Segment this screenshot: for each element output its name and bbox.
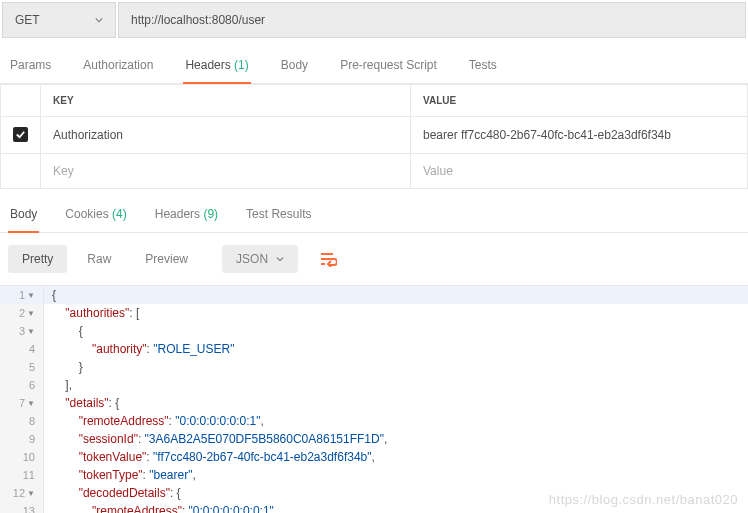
- wrap-icon: [319, 251, 337, 267]
- request-tabs: Params Authorization Headers (1) Body Pr…: [0, 40, 748, 84]
- tab-body[interactable]: Body: [279, 58, 310, 83]
- preview-button[interactable]: Preview: [131, 245, 202, 273]
- response-editor[interactable]: 1▼{ 2▼ "authorities": [ 3▼ { 4 "authorit…: [0, 285, 748, 513]
- tab-params[interactable]: Params: [8, 58, 53, 83]
- raw-button[interactable]: Raw: [73, 245, 125, 273]
- value-header: VALUE: [411, 85, 748, 117]
- header-key-cell[interactable]: Authorization: [41, 117, 411, 154]
- response-toolbar: Pretty Raw Preview JSON: [0, 233, 748, 285]
- url-input[interactable]: [118, 2, 746, 38]
- code-val: "ROLE_USER": [153, 342, 234, 356]
- table-row-empty[interactable]: Key Value: [1, 154, 748, 189]
- response-tabs: Body Cookies (4) Headers (9) Test Result…: [0, 193, 748, 233]
- tab-tests[interactable]: Tests: [467, 58, 499, 83]
- key-placeholder[interactable]: Key: [41, 154, 411, 189]
- key-header: KEY: [41, 85, 411, 117]
- format-select[interactable]: JSON: [222, 245, 298, 273]
- wrap-lines-button[interactable]: [314, 245, 342, 273]
- tab-prerequest[interactable]: Pre-request Script: [338, 58, 439, 83]
- method-label: GET: [15, 13, 40, 27]
- tab-authorization[interactable]: Authorization: [81, 58, 155, 83]
- chevron-down-icon: [276, 255, 284, 263]
- restab-testresults[interactable]: Test Results: [244, 207, 313, 232]
- tab-headers[interactable]: Headers (1): [183, 58, 250, 84]
- row-checkbox[interactable]: [13, 127, 28, 142]
- header-value-cell[interactable]: bearer ff7cc480-2b67-40fc-bc41-eb2a3df6f…: [411, 117, 748, 154]
- table-row[interactable]: Authorization bearer ff7cc480-2b67-40fc-…: [1, 117, 748, 154]
- restab-body[interactable]: Body: [8, 207, 39, 233]
- method-select[interactable]: GET: [2, 2, 116, 38]
- headers-table: KEY VALUE Authorization bearer ff7cc480-…: [0, 84, 748, 189]
- value-placeholder[interactable]: Value: [411, 154, 748, 189]
- check-icon: [15, 129, 26, 140]
- watermark: https://blog.csdn.net/banat020: [549, 492, 738, 507]
- restab-headers[interactable]: Headers (9): [153, 207, 220, 232]
- chevron-down-icon: [95, 16, 103, 24]
- pretty-button[interactable]: Pretty: [8, 245, 67, 273]
- restab-cookies[interactable]: Cookies (4): [63, 207, 128, 232]
